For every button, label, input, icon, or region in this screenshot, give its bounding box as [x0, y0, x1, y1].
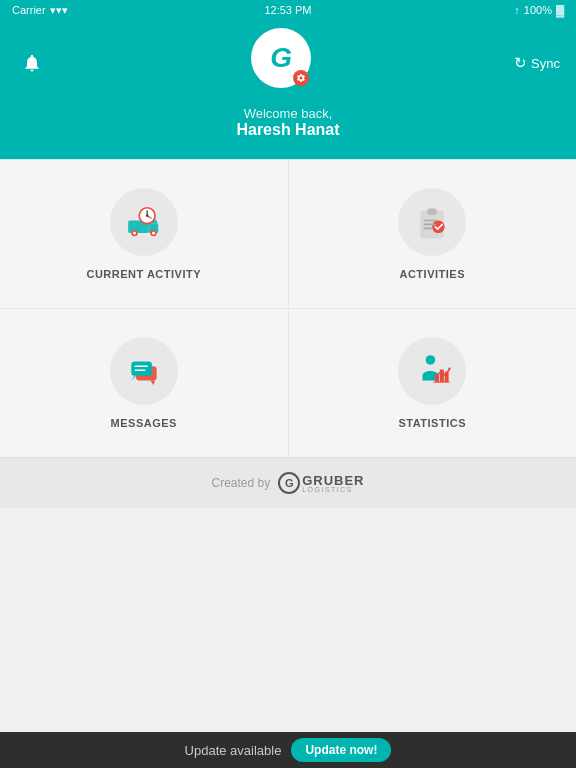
settings-icon [296, 73, 306, 83]
svg-rect-26 [440, 369, 444, 382]
gruber-g-circle: G [278, 472, 300, 494]
statistics-label: STATISTICS [398, 417, 466, 429]
person-chart-icon [413, 352, 451, 390]
sync-label: Sync [531, 56, 560, 71]
menu-item-activities[interactable]: ACTIVITIES [289, 160, 577, 308]
messages-label: MESSAGES [111, 417, 177, 429]
truck-clock-icon [125, 203, 163, 241]
clipboard-check-icon [413, 203, 451, 241]
status-right: ↑ 100% ▓ [514, 4, 564, 16]
carrier-label: Carrier [12, 4, 46, 16]
messages-icon-circle [110, 337, 178, 405]
menu-grid-wrapper: CURRENT ACTIVITY [0, 159, 576, 457]
gruber-logo: G GRUBER LOGISTICS [278, 472, 364, 494]
current-activity-icon-circle [110, 188, 178, 256]
svg-point-14 [432, 220, 445, 233]
header: G ↻ Sync Welcome back, Haresh Hanat [0, 20, 576, 159]
logo-letter: G [270, 42, 292, 74]
status-left: Carrier ▾▾▾ [12, 4, 68, 17]
welcome-text: Welcome back, [244, 106, 333, 121]
battery-label: 100% [524, 4, 552, 16]
activities-icon-circle [398, 188, 466, 256]
svg-marker-19 [150, 381, 155, 386]
menu-item-statistics[interactable]: STATISTICS [289, 309, 577, 457]
status-time: 12:53 PM [264, 4, 311, 16]
wifi-icon: ▾▾▾ [50, 4, 68, 17]
gruber-brand: GRUBER LOGISTICS [302, 473, 364, 493]
update-bar: Update available Update now! [0, 732, 576, 768]
footer: Created by G GRUBER LOGISTICS [0, 457, 576, 508]
sync-icon: ↻ [514, 54, 527, 72]
current-activity-label: CURRENT ACTIVITY [86, 268, 201, 280]
svg-point-4 [133, 232, 136, 235]
svg-rect-20 [131, 362, 152, 376]
battery-icon: ▓ [556, 4, 564, 16]
chat-bubbles-icon [125, 352, 163, 390]
arrow-up-icon: ↑ [514, 4, 520, 16]
bell-button[interactable] [16, 47, 48, 79]
menu-item-current-activity[interactable]: CURRENT ACTIVITY [0, 160, 288, 308]
created-by-text: Created by [211, 476, 270, 490]
logo-badge [293, 70, 309, 86]
svg-point-10 [146, 214, 148, 216]
svg-marker-21 [131, 376, 136, 381]
user-name: Haresh Hanat [236, 121, 339, 139]
logo-container: G [251, 28, 311, 88]
sync-button[interactable]: ↻ Sync [514, 54, 560, 72]
svg-point-24 [426, 355, 436, 365]
header-top: G ↻ Sync [16, 28, 560, 98]
menu-grid: CURRENT ACTIVITY [0, 160, 576, 457]
bell-icon [22, 53, 42, 73]
activities-label: ACTIVITIES [399, 268, 465, 280]
svg-point-6 [152, 232, 155, 235]
status-bar: Carrier ▾▾▾ 12:53 PM ↑ 100% ▓ [0, 0, 576, 20]
update-available-text: Update available [185, 743, 282, 758]
update-now-button[interactable]: Update now! [291, 738, 391, 762]
statistics-icon-circle [398, 337, 466, 405]
menu-item-messages[interactable]: MESSAGES [0, 309, 288, 457]
svg-rect-13 [428, 209, 438, 215]
